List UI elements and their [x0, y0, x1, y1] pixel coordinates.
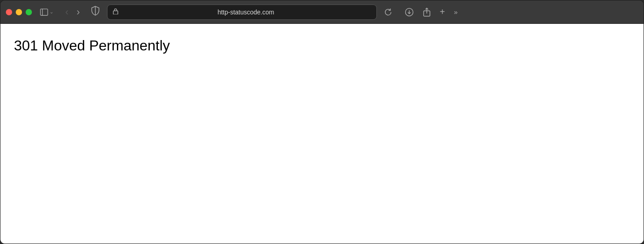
minimize-button[interactable]	[16, 9, 22, 15]
download-icon	[405, 8, 414, 17]
browser-window: ⌄ ‹ › http-statu	[0, 0, 644, 244]
add-tab-button[interactable]: +	[436, 5, 449, 19]
sidebar-toggle-button[interactable]: ⌄	[37, 6, 56, 18]
sidebar-icon	[40, 8, 48, 16]
lock-icon	[113, 8, 118, 16]
download-button[interactable]	[401, 6, 417, 18]
privacy-shield-button[interactable]	[88, 4, 103, 20]
forward-button[interactable]: ›	[73, 5, 83, 19]
url-text: http-statuscode.com	[121, 9, 371, 16]
reload-icon	[384, 8, 392, 16]
back-button[interactable]: ‹	[62, 5, 72, 19]
shield-icon	[91, 6, 100, 16]
extensions-icon: »	[454, 8, 457, 16]
svg-rect-0	[40, 9, 48, 15]
plus-icon: +	[440, 7, 445, 17]
maximize-button[interactable]	[26, 9, 32, 15]
reload-button[interactable]	[380, 6, 396, 18]
traffic-lights	[6, 9, 32, 15]
close-button[interactable]	[6, 9, 12, 15]
page-heading: 301 Moved Permanently	[14, 37, 630, 54]
share-icon	[423, 8, 431, 17]
toolbar-right: + »	[401, 5, 461, 19]
address-bar[interactable]: http-statuscode.com	[107, 5, 377, 20]
share-button[interactable]	[419, 6, 434, 18]
extensions-button[interactable]: »	[450, 6, 461, 18]
svg-rect-3	[113, 11, 118, 14]
toolbar: ⌄ ‹ › http-statu	[0, 0, 644, 24]
chevron-down-icon: ⌄	[49, 9, 54, 15]
nav-buttons: ‹ ›	[62, 5, 84, 19]
page-content: 301 Moved Permanently	[0, 24, 644, 244]
